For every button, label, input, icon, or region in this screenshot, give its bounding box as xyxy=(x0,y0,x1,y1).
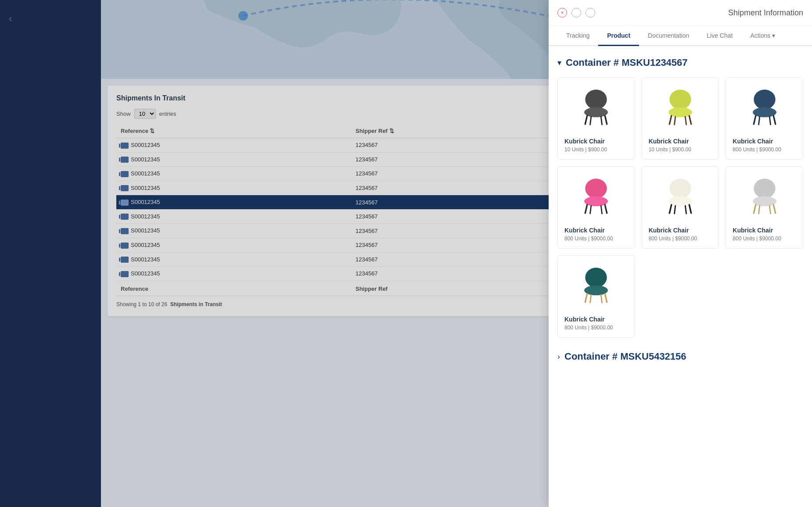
svg-point-39 xyxy=(586,268,607,287)
svg-line-30 xyxy=(689,205,691,213)
container-1-title: Container # MSKU1234567 xyxy=(566,57,688,68)
panel-title: Shipment Information xyxy=(595,8,803,18)
product-details: 800 Units | $9000.00 xyxy=(564,236,628,242)
chair-illustration xyxy=(576,267,616,306)
tab-actions[interactable]: Actions ▾ xyxy=(741,26,784,45)
svg-line-42 xyxy=(605,294,607,302)
chair-illustration xyxy=(576,89,616,128)
tab-product[interactable]: Product xyxy=(598,26,639,45)
svg-point-9 xyxy=(669,89,691,109)
product-card[interactable]: Kubrick Chair 800 Units | $9000.00 xyxy=(726,166,803,249)
product-name: Kubrick Chair xyxy=(733,227,796,234)
svg-line-5 xyxy=(586,116,588,124)
svg-line-6 xyxy=(605,116,607,124)
product-card[interactable]: Kubrick Chair 800 Units | $9000.00 xyxy=(642,166,719,249)
panel-controls: × xyxy=(557,8,595,18)
product-name: Kubrick Chair xyxy=(564,227,628,234)
svg-line-38 xyxy=(769,206,770,214)
svg-line-32 xyxy=(685,206,686,214)
product-grid: Kubrick Chair 10 Units | $900.00 Kubrick… xyxy=(557,77,803,338)
product-name: Kubrick Chair xyxy=(649,138,712,145)
product-details: 10 Units | $900.00 xyxy=(649,146,712,153)
expand-button[interactable] xyxy=(586,8,595,18)
svg-line-43 xyxy=(590,295,591,303)
product-name: Kubrick Chair xyxy=(733,138,796,145)
main-content: $280,000 VALUE OF PRODUCTS IN TRANSIT Sh… xyxy=(101,0,812,507)
close-button[interactable]: × xyxy=(557,8,567,18)
minimize-button[interactable] xyxy=(571,8,581,18)
sidebar: ‹ xyxy=(0,0,101,507)
svg-point-15 xyxy=(754,89,776,109)
panel-header: × Shipment Information xyxy=(549,0,812,26)
sidebar-toggle[interactable]: ‹ xyxy=(0,13,12,25)
svg-line-12 xyxy=(689,116,691,124)
container-1-chevron[interactable]: ▾ xyxy=(557,58,561,68)
svg-line-29 xyxy=(669,205,672,213)
panel-tabs: Tracking Product Documentation Live Chat… xyxy=(549,26,812,46)
side-panel: × Shipment Information Tracking Product … xyxy=(549,0,812,507)
svg-line-44 xyxy=(601,295,602,303)
svg-line-25 xyxy=(590,206,591,214)
container-2-title: Container # MSKU5432156 xyxy=(564,351,686,362)
svg-line-26 xyxy=(601,206,602,214)
tab-documentation[interactable]: Documentation xyxy=(639,26,698,45)
product-details: 800 Units | $9000.00 xyxy=(649,236,712,242)
svg-line-7 xyxy=(590,117,591,125)
tab-live-chat[interactable]: Live Chat xyxy=(698,26,741,45)
product-image xyxy=(649,84,712,132)
product-image xyxy=(733,173,796,221)
product-name: Kubrick Chair xyxy=(564,138,628,145)
container-1-header: ▾ Container # MSKU1234567 xyxy=(557,57,803,68)
svg-line-23 xyxy=(586,205,588,213)
svg-line-35 xyxy=(754,205,756,213)
svg-point-27 xyxy=(669,179,691,198)
product-details: 10 Units | $900.00 xyxy=(564,146,628,153)
product-image xyxy=(564,262,628,311)
svg-line-13 xyxy=(674,117,675,125)
chair-illustration xyxy=(745,178,784,217)
svg-line-14 xyxy=(685,117,686,125)
container-2-chevron[interactable]: › xyxy=(557,352,560,361)
chair-illustration xyxy=(661,178,700,217)
product-card[interactable]: Kubrick Chair 800 Units | $9000.00 xyxy=(726,77,803,160)
product-card[interactable]: Kubrick Chair 10 Units | $900.00 xyxy=(557,77,635,160)
product-image xyxy=(733,84,796,132)
svg-line-41 xyxy=(586,294,588,302)
svg-line-11 xyxy=(669,116,672,124)
chair-illustration xyxy=(576,178,616,217)
product-card[interactable]: Kubrick Chair 800 Units | $9000.00 xyxy=(557,255,635,338)
product-image xyxy=(564,173,628,221)
svg-line-36 xyxy=(773,205,776,213)
product-details: 800 Units | $9000.00 xyxy=(564,325,628,331)
svg-point-21 xyxy=(586,179,607,198)
svg-line-37 xyxy=(758,206,759,214)
product-details: 800 Units | $9000.00 xyxy=(733,146,796,153)
svg-line-20 xyxy=(769,117,770,125)
product-image xyxy=(564,84,628,132)
chair-illustration xyxy=(661,89,700,128)
container-2-header: › Container # MSKU5432156 xyxy=(557,346,803,362)
svg-line-31 xyxy=(674,206,675,214)
product-image xyxy=(649,173,712,221)
svg-line-8 xyxy=(601,117,602,125)
svg-line-18 xyxy=(773,116,776,124)
product-card[interactable]: Kubrick Chair 10 Units | $900.00 xyxy=(642,77,719,160)
chair-illustration xyxy=(745,89,784,128)
svg-line-19 xyxy=(758,117,759,125)
product-name: Kubrick Chair xyxy=(564,316,628,323)
svg-point-3 xyxy=(586,89,607,109)
product-card[interactable]: Kubrick Chair 800 Units | $9000.00 xyxy=(557,166,635,249)
svg-point-33 xyxy=(754,179,776,198)
svg-line-17 xyxy=(754,116,756,124)
product-name: Kubrick Chair xyxy=(649,227,712,234)
product-details: 800 Units | $9000.00 xyxy=(733,236,796,242)
tab-tracking[interactable]: Tracking xyxy=(557,26,598,45)
svg-line-24 xyxy=(605,205,607,213)
panel-body: ▾ Container # MSKU1234567 Kubrick Chair … xyxy=(549,46,812,507)
